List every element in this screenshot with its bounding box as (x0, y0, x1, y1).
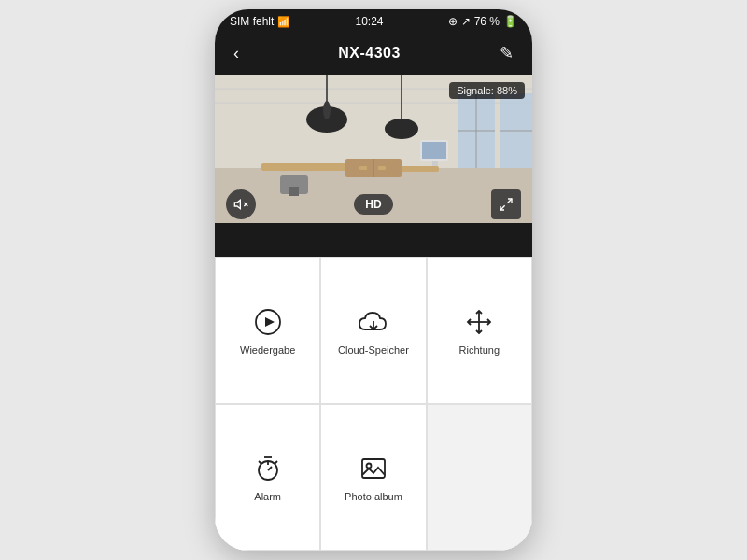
signal-badge: Signale: 88% (449, 82, 525, 99)
status-bar: SIM fehlt 📶 10:24 ⊕ ↗ 76 % 🔋 (215, 9, 532, 32)
battery-label: 76 % (474, 15, 500, 28)
svg-line-28 (507, 199, 512, 203)
cloud-icon (357, 305, 390, 339)
svg-line-38 (259, 461, 261, 464)
location-icon: ⊕ (448, 15, 458, 28)
status-left: SIM fehlt 📶 (230, 15, 290, 28)
svg-rect-18 (432, 161, 438, 166)
play-circle-icon (251, 305, 285, 339)
richtung-label: Richtung (459, 344, 500, 356)
nav-bar: ‹ NX-4303 ✎ (215, 32, 532, 75)
menu-row2: Alarm Photo album (215, 404, 532, 552)
phone-frame: SIM fehlt 📶 10:24 ⊕ ↗ 76 % 🔋 ‹ NX-4303 ✎ (215, 9, 532, 551)
wifi-icon: 📶 (277, 16, 290, 28)
menu-item-wiedergabe[interactable]: Wiedergabe (215, 257, 320, 404)
video-bottom-bar (215, 223, 532, 257)
svg-marker-25 (234, 200, 240, 208)
page-title: NX-4303 (338, 45, 401, 62)
video-area: Signale: 88% HD (215, 75, 532, 257)
svg-line-29 (500, 205, 505, 210)
alarm-label: Alarm (254, 491, 281, 502)
menu-item-richtung[interactable]: Richtung (427, 257, 532, 404)
time-label: 10:24 (355, 15, 383, 28)
photo-album-label: Photo album (345, 491, 402, 502)
wiedergabe-label: Wiedergabe (240, 344, 295, 356)
svg-line-39 (275, 461, 277, 464)
hd-button[interactable]: HD (354, 194, 392, 215)
image-icon (357, 452, 390, 485)
mute-button[interactable] (226, 189, 256, 219)
fullscreen-icon (499, 197, 514, 212)
signal-arrow-icon: ↗ (461, 15, 471, 28)
edit-button[interactable]: ✎ (496, 39, 517, 67)
menu-row2-empty (427, 404, 532, 552)
svg-point-13 (385, 119, 418, 139)
carrier-label: SIM fehlt (230, 15, 274, 28)
svg-rect-17 (422, 142, 446, 159)
cloud-speicher-label: Cloud-Speicher (338, 344, 409, 356)
svg-line-37 (268, 467, 272, 470)
alarm-icon (251, 452, 285, 485)
status-right: ⊕ ↗ 76 % 🔋 (448, 15, 517, 28)
menu-item-photo-album[interactable]: Photo album (320, 404, 426, 552)
svg-point-11 (323, 101, 331, 119)
svg-rect-14 (261, 163, 355, 171)
battery-icon: 🔋 (503, 15, 517, 28)
menu-item-cloud-speicher[interactable]: Cloud-Speicher (320, 257, 426, 404)
svg-rect-41 (362, 459, 385, 478)
svg-rect-24 (378, 166, 386, 170)
svg-rect-23 (359, 166, 367, 170)
mute-icon (233, 197, 248, 212)
video-controls: HD (215, 189, 532, 219)
move-icon (462, 305, 496, 339)
menu-item-alarm[interactable]: Alarm (215, 404, 320, 552)
back-button[interactable]: ‹ (230, 40, 243, 67)
svg-marker-31 (265, 317, 275, 327)
menu-grid: Wiedergabe Cloud-Speicher (215, 257, 532, 551)
fullscreen-button[interactable] (491, 189, 521, 219)
